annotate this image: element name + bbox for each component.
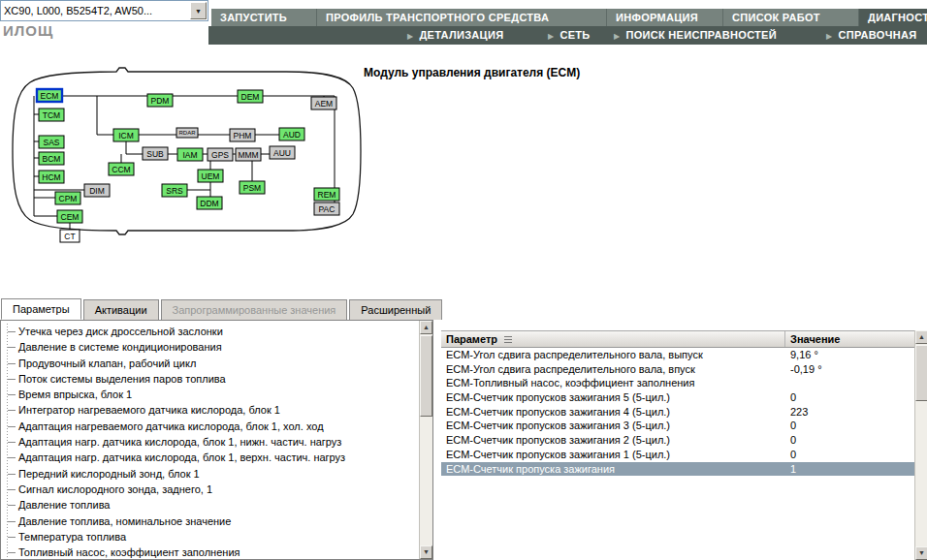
parameter-list-item[interactable]: Адаптация нагр. датчика кислорода, блок … xyxy=(1,450,419,465)
module-CEM[interactable]: CEM xyxy=(57,210,82,223)
scroll-up-icon[interactable]: ▲ xyxy=(420,321,432,334)
module-BCM[interactable]: BCM xyxy=(39,152,64,165)
module-SUB[interactable]: SUB xyxy=(143,147,168,160)
menu-arrow-icon: ▶ xyxy=(548,32,554,41)
module-DDM[interactable]: DDM xyxy=(197,197,222,209)
menu-item-список работ[interactable]: СПИСОК РАБОТ xyxy=(722,9,858,26)
vehicle-profile-combobox[interactable]: XC90, L000, B5254T2, AW50... ▼ xyxy=(0,0,208,21)
module-UEM[interactable]: UEM xyxy=(198,170,223,182)
value-cell xyxy=(785,376,914,390)
parameter-cell: ЕСМ-Топливный насос, коэффициент заполне… xyxy=(441,376,785,390)
parameter-list-item[interactable]: Передний кислородный зонд, блок 1 xyxy=(1,466,419,482)
tab-запрограммированные значения[interactable]: Запрограммированные значения xyxy=(161,299,348,320)
parameter-list-item[interactable]: Утечка через диск дроссельной заслонки xyxy=(1,324,419,339)
column-header-value[interactable]: Значение xyxy=(785,331,914,347)
module-DEM[interactable]: DEM xyxy=(238,90,263,103)
parameter-list-item[interactable]: Давление топлива, номинальное значение xyxy=(1,513,419,529)
parameter-tree-panel: Утечка через диск дроссельной заслонкиДа… xyxy=(0,320,433,560)
module-PSM[interactable]: PSM xyxy=(240,181,265,194)
parameter-cell: ЕСМ-Угол сдвига распределительного вала,… xyxy=(441,362,785,377)
menu-arrow-icon: ▶ xyxy=(407,32,413,41)
svg-text:CT: CT xyxy=(64,232,75,241)
menu-item-диагност[interactable]: ДИАГНОСТ xyxy=(858,9,927,26)
value-cell: 1 xyxy=(785,462,914,477)
scrollbar-thumb[interactable] xyxy=(915,345,927,401)
module-AUD[interactable]: AUD xyxy=(279,128,304,140)
module-IAM[interactable]: IAM xyxy=(177,148,203,161)
module-PAC[interactable]: PAC xyxy=(314,202,339,215)
module-ECM[interactable]: ECM xyxy=(37,89,62,102)
module-GPS[interactable]: GPS xyxy=(208,148,233,161)
table-row[interactable]: ЕСМ-Счетчик пропусков зажигания 2 (5-цил… xyxy=(441,433,914,448)
table-row[interactable]: ЕСМ-Счетчик пропусков зажигания 4 (5-цил… xyxy=(441,405,914,420)
module-MMM[interactable]: MMM xyxy=(236,148,261,161)
scrollbar-thumb[interactable] xyxy=(420,335,432,417)
parameter-value-table: Параметр Значение ЕСМ-Угол сдвига распре… xyxy=(441,330,914,560)
module-CT[interactable]: CT xyxy=(60,230,80,242)
module-SAS[interactable]: SAS xyxy=(39,136,64,148)
parameter-list-item[interactable]: Продувочный клапан, рабочий цикл xyxy=(1,356,419,371)
scroll-up-icon[interactable]: ▲ xyxy=(915,330,927,344)
module-PHM[interactable]: PHM xyxy=(230,129,255,141)
module-RDAR[interactable]: RDAR xyxy=(176,128,198,138)
module-CPM[interactable]: CPM xyxy=(55,192,80,204)
table-row[interactable]: ЕСМ-Счетчик пропусков зажигания 5 (5-цил… xyxy=(441,390,914,405)
parameter-list-item[interactable]: Сигнал кислородного зонда, заднего, 1 xyxy=(1,482,419,497)
table-row[interactable]: ЕСМ-Топливный насос, коэффициент заполне… xyxy=(441,376,914,390)
svg-text:ICM: ICM xyxy=(118,131,134,140)
svg-text:PSM: PSM xyxy=(243,183,261,193)
module-ICM[interactable]: ICM xyxy=(113,129,139,141)
svg-text:SRS: SRS xyxy=(166,186,183,196)
svg-text:SAS: SAS xyxy=(43,138,59,147)
dropdown-arrow-icon[interactable]: ▼ xyxy=(190,2,207,19)
tree-scrollbar[interactable]: ▲ ▼ xyxy=(419,321,432,559)
scroll-down-icon[interactable]: ▼ xyxy=(420,545,432,559)
table-scrollbar[interactable]: ▲ ▼ xyxy=(914,330,927,560)
module-TCM[interactable]: TCM xyxy=(39,109,64,121)
submenu-item-справочная[interactable]: ▶СПРАВОЧНАЯ xyxy=(826,26,916,45)
tab-расширенный[interactable]: Расширенный xyxy=(349,299,442,320)
module-CCM[interactable]: CCM xyxy=(109,163,134,175)
svg-text:AEM: AEM xyxy=(315,99,333,109)
svg-text:MMM: MMM xyxy=(238,150,258,160)
svg-text:REM: REM xyxy=(318,190,336,200)
module-REM[interactable]: REM xyxy=(314,188,339,201)
module-DIM[interactable]: DIM xyxy=(84,184,110,197)
parameter-list-item[interactable]: Давление топлива xyxy=(1,497,419,513)
tab-параметры[interactable]: Параметры xyxy=(1,298,81,320)
column-header-parameter[interactable]: Параметр xyxy=(441,331,785,347)
parameter-cell: ЕСМ-Счетчик пропусков зажигания 3 (5-цил… xyxy=(441,419,785,433)
menu-item-информация[interactable]: ИНФОРМАЦИЯ xyxy=(606,9,722,26)
selected-module-title: Модуль управления двигателя (ECM) xyxy=(364,66,580,79)
module-HCM[interactable]: HCM xyxy=(39,171,64,183)
parameter-list-item[interactable]: Интегратор нагреваемого датчика кислород… xyxy=(1,402,419,418)
menu-item-профиль транспортного средства[interactable]: ПРОФИЛЬ ТРАНСПОРТНОГО СРЕДСТВА xyxy=(316,9,606,26)
submenu-label: СЕТЬ xyxy=(559,29,590,41)
scroll-down-icon[interactable]: ▼ xyxy=(915,546,927,560)
table-row[interactable]: ЕСМ-Счетчик пропуска зажигания1 xyxy=(441,462,914,477)
table-row[interactable]: ЕСМ-Угол сдвига распределительного вала,… xyxy=(441,362,914,377)
parameter-list-item[interactable]: Адаптация нагреваемого датчика кислорода… xyxy=(1,419,419,434)
parameter-list-item[interactable]: Адаптация нагр. датчика кислорода, блок … xyxy=(1,434,419,450)
parameter-list-item[interactable]: Температура топлива xyxy=(1,529,419,544)
parameter-list-item[interactable]: Давление в системе кондиционирования xyxy=(1,339,419,355)
table-row[interactable]: ЕСМ-Угол сдвига распределительного вала,… xyxy=(441,348,914,362)
svg-text:IAM: IAM xyxy=(182,150,197,160)
tab-активации[interactable]: Активации xyxy=(83,299,159,320)
submenu-item-детализация[interactable]: ▶ДЕТАЛИЗАЦИЯ xyxy=(407,26,503,45)
table-row[interactable]: ЕСМ-Счетчик пропусков зажигания 3 (5-цил… xyxy=(441,419,914,433)
module-AUU[interactable]: AUU xyxy=(270,146,295,159)
menu-item-запустить[interactable]: ЗАПУСТИТЬ xyxy=(211,9,316,26)
svg-text:UEM: UEM xyxy=(202,171,220,181)
module-AEM[interactable]: AEM xyxy=(311,97,336,109)
module-PDM[interactable]: PDM xyxy=(147,94,173,107)
main-menubar: ЗАПУСТИТЬПРОФИЛЬ ТРАНСПОРТНОГО СРЕДСТВАИ… xyxy=(211,9,927,26)
parameter-list-item[interactable]: Поток системы выделения паров топлива xyxy=(1,371,419,387)
table-row[interactable]: ЕСМ-Счетчик пропусков зажигания 1 (5-цил… xyxy=(441,448,914,462)
parameter-list-item[interactable]: Топливный насос, коэффициент заполнения xyxy=(1,544,419,559)
submenu-item-поиск неисправностей[interactable]: ▶ПОИСК НЕИСПРАВНОСТЕЙ xyxy=(614,26,777,45)
module-SRS[interactable]: SRS xyxy=(162,184,187,197)
submenu-item-сеть[interactable]: ▶СЕТЬ xyxy=(548,26,591,45)
sort-icon[interactable] xyxy=(504,336,512,343)
parameter-list-item[interactable]: Время впрыска, блок 1 xyxy=(1,387,419,402)
